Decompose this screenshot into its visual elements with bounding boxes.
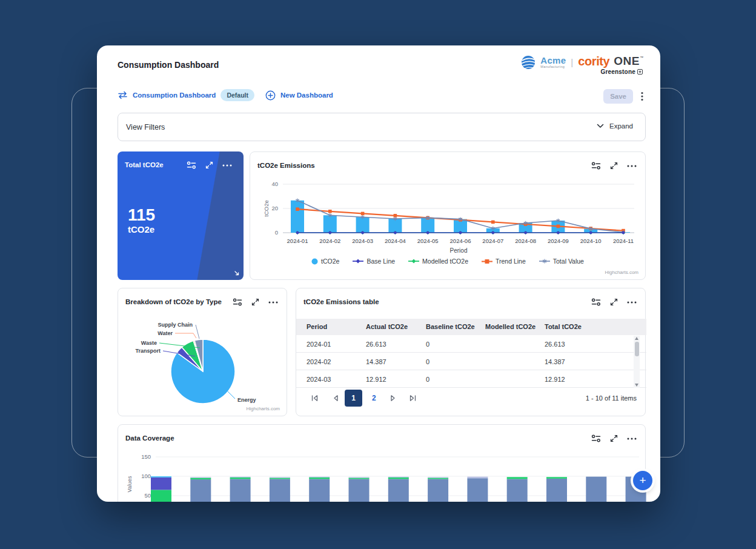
legend-marker-icon [353,258,363,264]
widget-actions [591,298,637,306]
svg-text:Transport: Transport [135,348,161,354]
legend-marker-icon [311,258,318,265]
widget-title: Total tCO2e [125,161,164,168]
svg-text:Values: Values [127,476,133,492]
new-dashboard-icon[interactable] [265,90,276,101]
widget-more-icon[interactable] [222,164,232,167]
page-2-button[interactable]: 2 [372,394,376,402]
svg-text:tCO2e: tCO2e [263,200,270,216]
svg-text:Supply Chain: Supply Chain [158,322,193,328]
tco2e-emissions-widget: tCO2e Emissions 02040tCO2e2024-012024-02… [250,151,646,280]
svg-text:2024-08: 2024-08 [515,238,536,244]
next-page-icon[interactable] [390,394,396,402]
dashboard-window: Consumption Dashboard Acme Manufacturing… [97,45,660,502]
brand-divider: | [571,57,573,67]
breakdown-pie-widget: Breakdown of tCO2e by Type EnergyTranspo… [118,288,287,416]
total-unit: tCO2e [128,224,155,235]
col-actual: Actual tCO2e [366,323,408,330]
legend-item[interactable]: Modelled tCO2e [408,258,468,265]
add-button[interactable]: + [633,471,652,490]
legend-item[interactable]: Trend Line [482,258,526,265]
prev-page-icon[interactable] [333,394,339,402]
legend-marker-icon [408,258,419,264]
scroll-down-icon[interactable] [635,384,638,387]
kebab-menu-icon[interactable] [641,92,643,101]
svg-text:2024-10: 2024-10 [580,238,602,244]
svg-text:Water: Water [158,330,173,336]
greenstone-logo-text: Greenstone [600,68,635,75]
table-row: 2024-03 12.912 0 12.912 [296,370,646,388]
one-logo-text: ONE [614,55,640,68]
svg-text:2024-11: 2024-11 [613,238,634,244]
svg-text:Period: Period [450,247,468,254]
svg-text:2024-04: 2024-04 [385,238,406,244]
widget-more-icon[interactable] [627,301,637,304]
total-value: 115 tCO2e [128,206,155,235]
current-dashboard-link[interactable]: Consumption Dashboard [133,92,216,99]
dashboard-toolbar: Consumption Dashboard Default New Dashbo… [118,89,643,106]
svg-text:0: 0 [275,229,278,236]
acme-brand-sub: Manufacturing [540,65,566,68]
acme-brand-name: Acme [540,56,566,65]
brand-area: Acme Manufacturing | cority ONE ™ Greens… [520,53,643,78]
legend-item[interactable]: Total Value [539,258,584,265]
view-filters-panel: View Filters Expand [118,113,646,141]
page-1-button[interactable]: 1 [345,390,362,407]
resize-handle-icon[interactable] [234,270,240,276]
svg-text:100: 100 [141,473,151,479]
switch-dashboard-icon[interactable] [118,91,128,99]
svg-text:Energy: Energy [237,397,256,403]
col-period: Period [307,323,327,330]
emissions-chart: 02040tCO2e2024-012024-022024-032024-0420… [250,152,646,255]
new-dashboard-link[interactable]: New Dashboard [280,92,333,99]
widget-settings-icon[interactable] [591,298,601,306]
scroll-up-icon[interactable] [635,337,638,340]
widget-settings-icon[interactable] [187,161,196,169]
table-header: Period Actual tCO2e Baseline tCO2e Model… [296,319,646,335]
svg-text:2024-03: 2024-03 [352,238,373,244]
last-page-icon[interactable] [409,394,417,402]
svg-text:2024-07: 2024-07 [482,238,503,244]
highcharts-credit: Highcharts.com [246,406,280,411]
screen: Consumption Dashboard Acme Manufacturing… [0,0,756,549]
scroll-thumb[interactable] [635,342,639,356]
total-tco2e-widget: Total tCO2e 115 tCO2e [118,151,244,280]
chart-legend: tCO2eBase LineModelled tCO2eTrend LineTo… [250,258,645,265]
cority-logo-text: cority [578,55,609,68]
svg-text:40: 40 [271,181,278,187]
svg-text:2024-09: 2024-09 [548,238,569,244]
expand-filters-button[interactable]: Expand [597,122,633,130]
col-total: Total tCO2e [545,323,582,330]
data-coverage-chart: 15010050Values [118,425,646,502]
svg-text:20: 20 [271,205,278,211]
widget-expand-icon[interactable] [610,298,618,306]
page-title: Consumption Dashboard [118,60,219,70]
view-filters-label: View Filters [126,123,165,131]
col-modelled: Modelled tCO2e [485,323,536,330]
highcharts-credit: Highcharts.com [605,270,638,275]
greenstone-icon [637,69,643,75]
first-page-icon[interactable] [311,394,319,402]
legend-item[interactable]: tCO2e [311,258,339,265]
svg-text:Waste: Waste [141,340,157,346]
save-button[interactable]: Save [603,89,633,104]
total-number: 115 [128,206,155,224]
chevron-down-icon [597,124,604,128]
table-row: 2024-01 26.613 0 26.613 [296,335,646,353]
legend-marker-icon [539,258,550,264]
svg-text:2024-06: 2024-06 [450,238,471,244]
emissions-table-widget: tCO2e Emissions table Period Actual tCO2… [296,288,646,416]
pagination-info: 1 - 10 of 11 items [586,394,637,402]
table-pagination: 1 2 1 - 10 of 11 items [296,389,645,407]
svg-text:2024-05: 2024-05 [417,238,439,244]
legend-item[interactable]: Base Line [353,258,395,265]
table-scrollbar[interactable] [634,336,640,388]
svg-text:2024-01: 2024-01 [287,238,308,244]
trademark: ™ [640,56,643,68]
col-baseline: Baseline tCO2e [426,323,475,330]
data-coverage-widget: Data Coverage 15010050Values [118,424,646,502]
acme-logo-icon [520,55,536,70]
widget-expand-icon[interactable] [205,161,213,169]
default-badge: Default [220,89,254,101]
widget-actions [187,161,232,169]
